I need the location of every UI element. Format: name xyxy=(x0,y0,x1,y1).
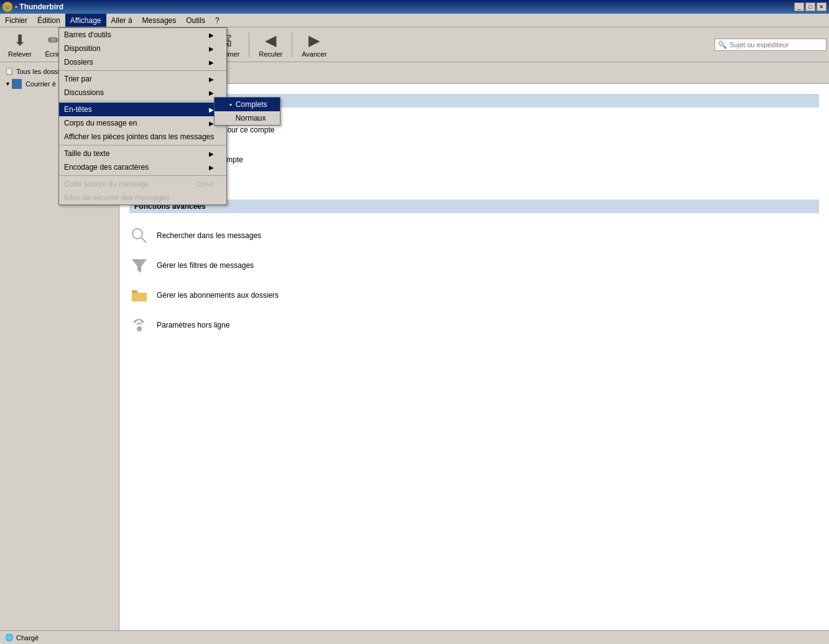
menu-sep-3 xyxy=(59,145,226,145)
menu-affichage[interactable]: Affichage xyxy=(65,14,106,27)
menu-discussions[interactable]: Discussions ▶ xyxy=(59,86,226,99)
avancer-button[interactable]: ▶ Avancer xyxy=(296,30,332,60)
toolbar-sep-2 xyxy=(249,32,249,57)
menu-trier-par[interactable]: Trier par ▶ xyxy=(59,72,226,86)
menu-sep-2 xyxy=(59,101,226,101)
entetes-complets[interactable]: • Complets xyxy=(215,98,280,111)
courrier-item[interactable]: Courrier é xyxy=(23,79,58,89)
reculer-button[interactable]: ◀ Reculer xyxy=(253,30,288,60)
account-icon xyxy=(12,79,22,89)
filter-icon xyxy=(129,255,149,275)
svg-marker-16 xyxy=(132,259,147,273)
toolbar-sep-3 xyxy=(292,32,292,57)
arrow-right-icon-2: ▶ xyxy=(209,45,214,52)
rechercher-messages-item[interactable]: Rechercher dans les messages xyxy=(129,221,819,251)
title-bar-text: - Thunderbird xyxy=(15,2,63,11)
menu-pieces-jointes[interactable]: Afficher les pièces jointes dans les mes… xyxy=(59,130,226,144)
menu-disposition[interactable]: Disposition ▶ xyxy=(59,42,226,55)
parametres-hors-ligne-label: Paramètres hors ligne xyxy=(157,321,229,329)
search-icon-sm xyxy=(129,226,149,246)
svg-line-15 xyxy=(141,237,146,242)
menu-messages[interactable]: Messages xyxy=(137,14,182,27)
svg-point-14 xyxy=(132,229,142,239)
relever-icon: ⬇ xyxy=(14,32,26,49)
title-bar-left: 🐦 - Thunderbird xyxy=(2,2,63,12)
toolbar-search: 🔍 xyxy=(715,39,827,51)
avancer-icon: ▶ xyxy=(308,32,320,49)
menu-outils[interactable]: Outils xyxy=(181,14,210,27)
affichage-dropdown: Barres d'outils ▶ Disposition ▶ Dossiers… xyxy=(58,27,227,205)
check-complets-icon: • xyxy=(229,101,232,108)
maximize-button[interactable]: □ xyxy=(805,2,815,11)
parametres-hors-ligne-item[interactable]: Paramètres hors ligne xyxy=(129,310,819,340)
rechercher-messages-label: Rechercher dans les messages xyxy=(157,231,261,240)
fonctions-title: Fonctions avancées xyxy=(129,200,819,213)
app-icon: 🐦 xyxy=(2,2,12,12)
close-button[interactable]: ✕ xyxy=(817,2,827,11)
fonctions-section: Fonctions avancées Rechercher dans les m… xyxy=(119,190,829,350)
menu-taille-texte[interactable]: Taille du texte ▶ xyxy=(59,147,226,160)
nouveau-compte-item[interactable]: Créer un nouveau compte xyxy=(129,145,819,175)
reculer-icon: ◀ xyxy=(265,32,276,49)
menu-dossiers[interactable]: Dossiers ▶ xyxy=(59,55,226,69)
status-text: Chargé xyxy=(16,634,39,642)
menu-sep-1 xyxy=(59,70,226,71)
menu-entetes[interactable]: En-têtes ▶ xyxy=(59,103,226,116)
avancer-label: Avancer xyxy=(302,50,327,58)
menu-encodage[interactable]: Encodage des caractères ▶ xyxy=(59,160,226,174)
minimize-button[interactable]: _ xyxy=(794,2,804,11)
relever-label: Relever xyxy=(8,50,32,58)
title-bar-controls: _ □ ✕ xyxy=(794,2,827,11)
status-icon: 🌐 xyxy=(5,633,14,642)
relever-button[interactable]: ⬇ Relever xyxy=(2,30,37,60)
arrow-right-icon-3: ▶ xyxy=(209,59,214,66)
filtres-messages-item[interactable]: Gérer les filtres de messages xyxy=(129,251,819,280)
title-bar: 🐦 - Thunderbird _ □ ✕ xyxy=(0,0,829,14)
abonnements-dossiers-label: Gérer les abonnements aux dossiers xyxy=(157,291,279,300)
search-input[interactable] xyxy=(729,41,817,48)
abonnements-dossiers-item[interactable]: Gérer les abonnements aux dossiers xyxy=(129,280,819,310)
menu-infos-securite: Infos de sécurité des messages xyxy=(59,191,226,205)
arrow-right-icon-9: ▶ xyxy=(209,164,214,171)
folder-icon xyxy=(129,285,149,305)
menu-bar: Fichier Édition Affichage Aller à Messag… xyxy=(0,14,829,27)
menu-barres-outils[interactable]: Barres d'outils ▶ xyxy=(59,28,226,42)
reculer-label: Reculer xyxy=(259,50,282,58)
offline-icon xyxy=(129,315,149,335)
search-icon: 🔍 xyxy=(718,40,727,49)
menu-corps-message[interactable]: Corps du message en ▶ xyxy=(59,116,226,130)
menu-edition[interactable]: Édition xyxy=(32,14,65,27)
arrow-right-icon-8: ▶ xyxy=(209,150,214,157)
menu-fichier[interactable]: Fichier xyxy=(0,14,32,27)
entetes-complets-label: Complets xyxy=(236,100,267,109)
menu-aide[interactable]: ? xyxy=(210,14,225,27)
entetes-normaux[interactable]: • Normaux xyxy=(215,111,280,125)
arrow-right-icon: ▶ xyxy=(209,32,214,39)
menu-code-source: Code source du message Ctrl+U xyxy=(59,177,226,191)
search-box[interactable]: 🔍 xyxy=(715,39,827,51)
expand-icon: ▼ xyxy=(5,81,11,87)
filtres-messages-label: Gérer les filtres de messages xyxy=(157,261,254,270)
status-bar: 🌐 Chargé xyxy=(0,630,829,644)
menu-aller-a[interactable]: Aller à xyxy=(106,14,137,27)
entetes-normaux-label: Normaux xyxy=(236,114,266,122)
arrow-right-icon-5: ▶ xyxy=(209,90,214,96)
svg-point-17 xyxy=(137,326,142,331)
entetes-submenu: • Complets • Normaux xyxy=(214,97,280,126)
folders-icon: 📋 xyxy=(5,67,14,75)
arrow-right-icon-4: ▶ xyxy=(209,76,214,83)
menu-sep-4 xyxy=(59,175,226,176)
shortcut-ctrl-u: Ctrl+U xyxy=(197,181,215,188)
